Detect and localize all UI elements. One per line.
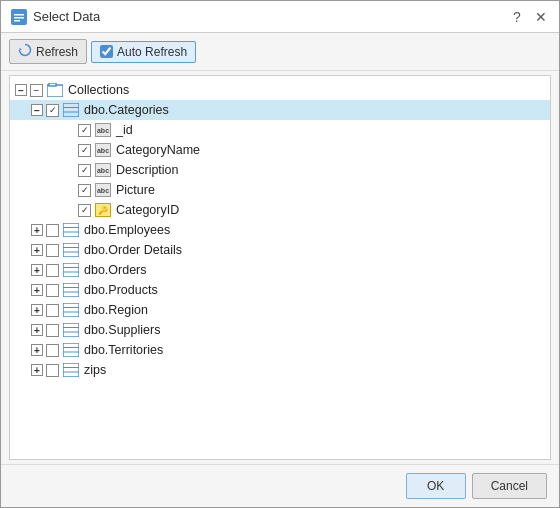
expander-dbo-region[interactable]: + bbox=[30, 303, 44, 317]
toolbar: Refresh Auto Refresh bbox=[1, 33, 559, 71]
refresh-button[interactable]: Refresh bbox=[9, 39, 87, 64]
svg-rect-7 bbox=[63, 103, 79, 117]
checkbox-collections[interactable] bbox=[30, 84, 43, 97]
svg-rect-28 bbox=[63, 343, 79, 357]
label-field-categoryname: CategoryName bbox=[116, 143, 200, 157]
field-icon-id: abc bbox=[95, 122, 111, 138]
auto-refresh-button[interactable]: Auto Refresh bbox=[91, 41, 196, 63]
checkbox-field-categoryname[interactable] bbox=[78, 144, 91, 157]
tree-node-field-categoryid[interactable]: 🔑 CategoryID bbox=[10, 200, 550, 220]
auto-refresh-label: Auto Refresh bbox=[117, 45, 187, 59]
label-zips: zips bbox=[84, 363, 106, 377]
select-data-dialog: Select Data ? ✕ Refresh Auto Refresh bbox=[0, 0, 560, 508]
footer: OK Cancel bbox=[1, 464, 559, 507]
checkbox-field-id[interactable] bbox=[78, 124, 91, 137]
label-dbo-suppliers: dbo.Suppliers bbox=[84, 323, 160, 337]
expander-dbo-orderdetails[interactable]: + bbox=[30, 243, 44, 257]
label-field-id: _id bbox=[116, 123, 133, 137]
svg-rect-13 bbox=[63, 243, 79, 257]
expander-collections[interactable]: − bbox=[14, 83, 28, 97]
checkbox-dbo-suppliers[interactable] bbox=[46, 324, 59, 337]
expander-dbo-employees[interactable]: + bbox=[30, 223, 44, 237]
svg-rect-22 bbox=[63, 303, 79, 317]
table-icon-categories bbox=[63, 102, 79, 118]
svg-marker-4 bbox=[20, 48, 23, 51]
label-dbo-region: dbo.Region bbox=[84, 303, 148, 317]
field-icon-categoryid: 🔑 bbox=[95, 202, 111, 218]
cancel-button[interactable]: Cancel bbox=[472, 473, 547, 499]
table-icon-territories bbox=[63, 342, 79, 358]
tree-node-dbo-suppliers[interactable]: + dbo.Suppliers bbox=[10, 320, 550, 340]
collection-icon bbox=[47, 82, 63, 98]
svg-rect-5 bbox=[47, 85, 63, 97]
label-dbo-orders: dbo.Orders bbox=[84, 263, 147, 277]
checkbox-field-categoryid[interactable] bbox=[78, 204, 91, 217]
table-icon-products bbox=[63, 282, 79, 298]
svg-rect-16 bbox=[63, 263, 79, 277]
table-icon-orderdetails bbox=[63, 242, 79, 258]
tree-node-field-id[interactable]: abc _id bbox=[10, 120, 550, 140]
tree-area[interactable]: − Collections − bbox=[9, 75, 551, 460]
tree-node-dbo-orders[interactable]: + dbo.Orders bbox=[10, 260, 550, 280]
tree-node-field-categoryname[interactable]: abc CategoryName bbox=[10, 140, 550, 160]
svg-rect-10 bbox=[63, 223, 79, 237]
checkbox-dbo-orderdetails[interactable] bbox=[46, 244, 59, 257]
close-button[interactable]: ✕ bbox=[533, 9, 549, 25]
expander-zips[interactable]: + bbox=[30, 363, 44, 377]
tree-node-dbo-region[interactable]: + dbo.Region bbox=[10, 300, 550, 320]
label-collections: Collections bbox=[68, 83, 129, 97]
help-button[interactable]: ? bbox=[509, 9, 525, 25]
tree-node-collections[interactable]: − Collections bbox=[10, 80, 550, 100]
auto-refresh-checkbox[interactable] bbox=[100, 45, 113, 58]
expander-dbo-suppliers[interactable]: + bbox=[30, 323, 44, 337]
tree-node-dbo-orderdetails[interactable]: + dbo.Order Details bbox=[10, 240, 550, 260]
svg-rect-19 bbox=[63, 283, 79, 297]
field-icon-description: abc bbox=[95, 162, 111, 178]
checkbox-zips[interactable] bbox=[46, 364, 59, 377]
svg-rect-1 bbox=[14, 14, 24, 16]
svg-rect-6 bbox=[49, 83, 56, 86]
checkbox-field-description[interactable] bbox=[78, 164, 91, 177]
tree-node-zips[interactable]: + zips bbox=[10, 360, 550, 380]
tree-node-dbo-categories[interactable]: − dbo.Categories bbox=[10, 100, 550, 120]
dialog-icon bbox=[11, 9, 27, 25]
tree-node-dbo-employees[interactable]: + dbo.Employees bbox=[10, 220, 550, 240]
refresh-icon bbox=[18, 43, 32, 60]
tree-node-dbo-products[interactable]: + dbo.Products bbox=[10, 280, 550, 300]
table-icon-suppliers bbox=[63, 322, 79, 338]
checkbox-dbo-territories[interactable] bbox=[46, 344, 59, 357]
expander-dbo-orders[interactable]: + bbox=[30, 263, 44, 277]
label-field-picture: Picture bbox=[116, 183, 155, 197]
ok-button[interactable]: OK bbox=[406, 473, 466, 499]
title-bar-left: Select Data bbox=[11, 9, 100, 25]
label-field-description: Description bbox=[116, 163, 179, 177]
refresh-label: Refresh bbox=[36, 45, 78, 59]
table-icon-region bbox=[63, 302, 79, 318]
svg-rect-2 bbox=[14, 17, 24, 19]
expander-dbo-territories[interactable]: + bbox=[30, 343, 44, 357]
table-icon-orders bbox=[63, 262, 79, 278]
label-dbo-territories: dbo.Territories bbox=[84, 343, 163, 357]
table-icon-zips bbox=[63, 362, 79, 378]
checkbox-dbo-orders[interactable] bbox=[46, 264, 59, 277]
svg-rect-3 bbox=[14, 20, 20, 22]
checkbox-dbo-categories[interactable] bbox=[46, 104, 59, 117]
tree-node-dbo-territories[interactable]: + dbo.Territories bbox=[10, 340, 550, 360]
checkbox-dbo-region[interactable] bbox=[46, 304, 59, 317]
checkbox-field-picture[interactable] bbox=[78, 184, 91, 197]
label-dbo-orderdetails: dbo.Order Details bbox=[84, 243, 182, 257]
label-dbo-products: dbo.Products bbox=[84, 283, 158, 297]
expander-dbo-categories[interactable]: − bbox=[30, 103, 44, 117]
expander-dbo-products[interactable]: + bbox=[30, 283, 44, 297]
title-bar: Select Data ? ✕ bbox=[1, 1, 559, 33]
table-icon-employees bbox=[63, 222, 79, 238]
tree-node-field-description[interactable]: abc Description bbox=[10, 160, 550, 180]
checkbox-dbo-products[interactable] bbox=[46, 284, 59, 297]
checkbox-dbo-employees[interactable] bbox=[46, 224, 59, 237]
label-dbo-categories: dbo.Categories bbox=[84, 103, 169, 117]
svg-rect-31 bbox=[63, 363, 79, 377]
dialog-title: Select Data bbox=[33, 9, 100, 24]
label-field-categoryid: CategoryID bbox=[116, 203, 179, 217]
svg-rect-25 bbox=[63, 323, 79, 337]
tree-node-field-picture[interactable]: abc Picture bbox=[10, 180, 550, 200]
